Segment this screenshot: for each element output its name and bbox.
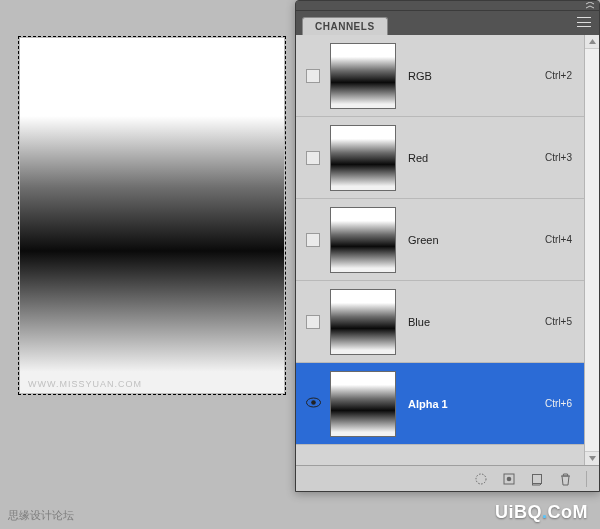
load-selection-icon[interactable] [474,472,488,486]
svg-point-1 [311,400,316,405]
channel-name: Alpha 1 [408,398,526,410]
visibility-toggle[interactable] [304,314,322,330]
channel-thumbnail[interactable] [330,43,396,109]
channel-name: RGB [408,70,526,82]
channel-row-red[interactable]: Red Ctrl+3 [296,117,584,199]
channel-row-alpha1[interactable]: Alpha 1 Ctrl+6 [296,363,584,445]
visibility-toggle[interactable] [304,150,322,166]
scroll-track[interactable] [585,49,599,451]
channel-name: Green [408,234,526,246]
channel-name: Red [408,152,526,164]
visibility-toggle[interactable] [304,68,322,84]
channel-shortcut: Ctrl+6 [526,398,576,409]
footer-separator [586,471,587,487]
panel-footer [296,465,599,491]
channel-row-green[interactable]: Green Ctrl+4 [296,199,584,281]
document-canvas[interactable]: WWW.MISSYUAN.COM [20,38,284,393]
scrollbar[interactable] [584,35,599,465]
scroll-up-button[interactable] [585,35,599,49]
channel-list: RGB Ctrl+2 Red Ctrl+3 Green Ctrl+4 Blue … [296,35,599,465]
channel-shortcut: Ctrl+3 [526,152,576,163]
channel-list-inner: RGB Ctrl+2 Red Ctrl+3 Green Ctrl+4 Blue … [296,35,584,465]
channel-row-rgb[interactable]: RGB Ctrl+2 [296,35,584,117]
svg-point-2 [476,474,486,484]
panel-menu-icon[interactable] [577,17,591,27]
channel-thumbnail[interactable] [330,371,396,437]
svg-point-4 [507,476,512,481]
panel-titlebar[interactable] [296,1,599,11]
channel-row-blue[interactable]: Blue Ctrl+5 [296,281,584,363]
canvas-watermark: WWW.MISSYUAN.COM [28,379,142,389]
channel-shortcut: Ctrl+5 [526,316,576,327]
save-selection-icon[interactable] [502,472,516,486]
channel-thumbnail[interactable] [330,125,396,191]
watermark-left: 思缘设计论坛 [8,508,74,523]
svg-rect-5 [533,474,542,483]
collapse-icon[interactable] [585,2,595,10]
channel-name: Blue [408,316,526,328]
channel-thumbnail[interactable] [330,207,396,273]
watermark-right: UiBQ.CoM [495,502,588,523]
scroll-down-button[interactable] [585,451,599,465]
visibility-toggle[interactable] [304,396,322,412]
channel-thumbnail[interactable] [330,289,396,355]
channel-shortcut: Ctrl+2 [526,70,576,81]
channel-shortcut: Ctrl+4 [526,234,576,245]
panel-tabs: CHANNELS [296,11,599,35]
eye-icon [306,397,321,410]
visibility-toggle[interactable] [304,232,322,248]
tab-channels[interactable]: CHANNELS [302,17,388,35]
delete-channel-icon[interactable] [558,472,572,486]
new-channel-icon[interactable] [530,472,544,486]
channels-panel: CHANNELS RGB Ctrl+2 Red Ctrl+3 Green Ctr… [295,0,600,492]
